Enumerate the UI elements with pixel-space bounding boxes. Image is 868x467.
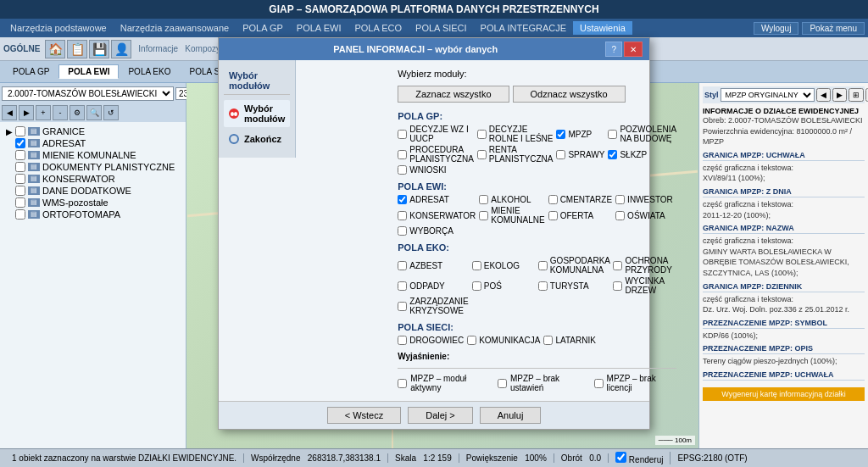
cb-oswiata[interactable] [615, 211, 625, 220]
field-cmentarze: CMENTARZE [548, 195, 612, 204]
legend-cb-brak-licencji[interactable] [594, 379, 604, 388]
modal-overlay: PANEL INFORMACJI – wybór danych ? ✕ Wybó… [0, 0, 868, 467]
cb-azbest[interactable] [398, 261, 407, 270]
legend-cb-brak-ustawien[interactable] [498, 379, 507, 388]
label-oswiata: OŚWIATA [627, 211, 665, 220]
cb-drogowiec[interactable] [398, 336, 407, 345]
field-adresat: ADRESAT [398, 195, 476, 204]
legend-row: MPZP – moduł aktywny MPZP – brak ustawie… [398, 368, 676, 392]
field-wyborca: WYBORÇA [398, 226, 476, 236]
field-pozwolenia: POZWOLENIA NA BUDOWĘ [608, 125, 676, 143]
label-konserwator-ewi: KONSERWATOR [409, 211, 476, 220]
step-label-2: Zakończ [244, 134, 281, 144]
cb-adresat-modal[interactable] [398, 195, 407, 204]
section-pola-ewi-title: POLA EWI: [398, 181, 676, 192]
label-latarnik: LATARNIK [555, 336, 595, 345]
cb-decyzje-wz[interactable] [398, 130, 407, 139]
step-wybor-modulow[interactable]: Wybór modułów [224, 100, 290, 127]
cb-sukzp[interactable] [608, 150, 617, 159]
cb-wyborca[interactable] [398, 226, 407, 236]
label-renta: RENTA PLANISTYCZNA [489, 145, 554, 164]
back-button[interactable]: < Wstecz [327, 407, 402, 424]
cb-zarzadzanie[interactable] [398, 302, 407, 311]
label-pozwolenia: POZWOLENIA NA BUDOWĘ [620, 125, 676, 143]
label-decyzje-wz: DECYZJE WZ I UUCP [409, 125, 474, 143]
label-decyzje-rolne: DECYZJE ROLNE I LEŚNE [489, 125, 554, 143]
label-turysta: TURYSTA [550, 281, 589, 291]
label-drogowiec: DROGOWIEC [409, 336, 464, 345]
field-turysta: TURYSTA [538, 276, 610, 295]
field-azbest: AZBEST [398, 256, 468, 275]
select-all-button[interactable]: Zaznacz wszystko [398, 86, 509, 103]
label-inwestor: INWESTOR [627, 195, 673, 204]
field-oferta: OFERTA [548, 206, 612, 225]
label-cmentarze: CMENTARZE [560, 195, 612, 204]
select-buttons-row: Zaznacz wszystko Odznacz wszystko [398, 86, 676, 103]
label-mienie-komunalne: MIENIE KOMUNALNE [491, 206, 544, 225]
cb-decyzje-rolne[interactable] [477, 130, 487, 139]
sidebar-header: Wybór modułów [224, 67, 290, 95]
cb-mienie-komunalne[interactable] [479, 211, 488, 220]
cb-cmentarze[interactable] [548, 195, 558, 204]
label-mpzp: MPZP [568, 130, 592, 139]
cb-pozwolenia[interactable] [608, 130, 617, 139]
modal-header: PANEL INFORMACJI – wybór danych ? ✕ [219, 38, 649, 60]
modal-close-button[interactable]: ✕ [624, 42, 643, 57]
cb-odpady[interactable] [398, 281, 407, 291]
field-mienie-komunalne: MIENIE KOMUNALNE [479, 206, 544, 225]
field-decyzje-wz: DECYZJE WZ I UUCP [398, 125, 474, 143]
field-procedura: PROCEDURA PLANISTYCZNA [398, 145, 474, 164]
cb-inwestor[interactable] [615, 195, 625, 204]
cb-sprawy[interactable] [556, 150, 565, 159]
field-pos: POŚ [472, 276, 535, 295]
cb-mpzp[interactable] [556, 130, 565, 139]
field-alkohol: ALKOHOL [479, 195, 544, 204]
field-latarnik: LATARNIK [543, 336, 608, 345]
step-zakonczenie[interactable]: Zakończ [224, 131, 290, 147]
field-gosp-komunalna: GOSPODARKA KOMUNALNA [538, 256, 610, 275]
pola-sieci-fields: DROGOWIEC KOMUNIKACJA LATARNIK [398, 336, 676, 345]
cb-wnioski[interactable] [398, 165, 407, 175]
label-sukzp: SŁKZP [620, 150, 647, 159]
section-pola-gp-title: POLA GP: [398, 111, 676, 121]
label-azbest: AZBEST [409, 261, 442, 270]
cb-konserwator-ewi[interactable] [398, 211, 407, 220]
section-pola-eko-title: POLA EKO: [398, 242, 676, 253]
label-oferta: OFERTA [560, 211, 594, 220]
cancel-button[interactable]: Anuluj [480, 407, 542, 424]
cb-ekolog[interactable] [472, 261, 481, 270]
legend-cb-aktywny[interactable] [398, 379, 407, 388]
field-sukzp: SŁKZP [608, 145, 676, 164]
label-gosp-komunalna: GOSPODARKA KOMUNALNA [550, 256, 610, 275]
cb-alkohol[interactable] [479, 195, 488, 204]
cb-ochrona-przyrody[interactable] [613, 261, 622, 270]
step-radio-2 [229, 134, 239, 144]
cb-wycinka[interactable] [613, 281, 622, 291]
section-pola-sieci: POLA SIECI: DROGOWIEC KOMUNIKACJA LAT [398, 322, 676, 345]
cb-komunikacja[interactable] [467, 336, 476, 345]
cb-renta[interactable] [477, 150, 487, 159]
cb-gosp-komunalna[interactable] [538, 261, 548, 270]
step-radio-1 [229, 108, 239, 119]
cb-oferta[interactable] [548, 211, 558, 220]
modal-body: Wybór modułów Wybór modułów Zakończ Wybi… [219, 60, 649, 401]
label-wycinka: WYCINKA DRZEW [625, 276, 676, 295]
cb-procedura[interactable] [398, 150, 407, 159]
step-label-1: Wybór modułów [244, 103, 285, 124]
label-sprawy: SPRAWY [568, 150, 604, 159]
field-wycinka: WYCINKA DRZEW [613, 276, 676, 295]
modal-main-content: Wybierz moduły: Zaznacz wszystko Odznacz… [389, 60, 684, 401]
label-adresat-modal: ADRESAT [409, 195, 449, 204]
pola-gp-fields: DECYZJE WZ I UUCP DECYZJE ROLNE I LEŚNE … [398, 125, 676, 175]
cb-turysta[interactable] [538, 281, 548, 291]
cb-latarnik[interactable] [543, 336, 553, 345]
modal-help-button[interactable]: ? [605, 42, 622, 57]
deselect-all-button[interactable]: Odznacz wszystko [513, 86, 626, 103]
legend-item-brak-licencji: MPZP – brak licencji [594, 374, 676, 392]
cb-pos[interactable] [472, 281, 481, 291]
label-ochrona-przyrody: OCHRONA PRZYRODY [625, 256, 676, 275]
modal-footer: < Wstecz Dalej > Anuluj [219, 401, 649, 429]
pola-eko-fields: AZBEST EKOLOG GOSPODARKA KOMUNALNA [398, 256, 676, 315]
next-button[interactable]: Dalej > [408, 407, 473, 424]
field-konserwator-ewi: KONSERWATOR [398, 206, 476, 225]
